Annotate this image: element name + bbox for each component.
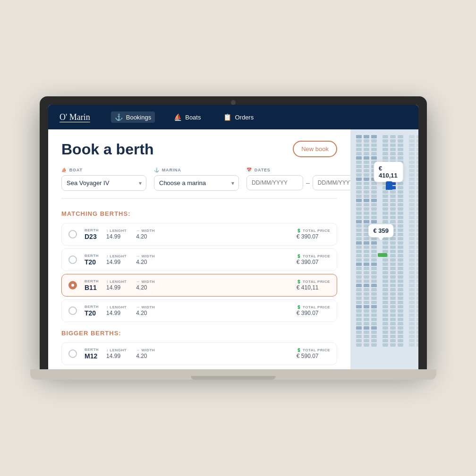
screen: O' Marin ⚓ Bookings ⛵ Boats 📋 Orders [48,105,418,369]
page-header: Book a berth New book [61,141,337,158]
berth-price-t20-2: 💲 TOTAL PRICE € 390.07 [297,305,330,316]
filters-section: ⛵ BOAT Sea Voyager IV [61,168,337,199]
berth-length-d23: ↕ LENGHT 14.99 [106,229,127,240]
nav-boats-label: Boats [185,114,201,121]
price-bubble-b11: € 410,11 [374,162,403,182]
berth-marker-b11 [386,181,392,190]
berth-length-t20-1: ↕ LENGHT 14.99 [106,254,127,265]
laptop-wrapper: O' Marin ⚓ Bookings ⛵ Boats 📋 Orders [35,35,441,441]
berth-price-d23: 💲 TOTAL PRICE € 390.07 [297,229,330,240]
berth-details-t20-1: ↕ LENGHT 14.99 ↔ WIDTH 4.20 [106,254,330,265]
boats-icon: ⛵ [174,113,182,121]
marina-select-wrapper: Choose a marina [154,175,239,191]
berth-row-d23[interactable]: BERTH D23 ↕ LENGHT 14.99 [61,223,337,246]
berth-length-t20-2: ↕ LENGHT 14.99 [106,305,127,316]
camera-notch [231,100,236,105]
berth-price-t20-1: 💲 TOTAL PRICE € 390.07 [297,254,330,265]
dates-filter-group: 📅 DATES – [246,168,350,191]
marina-filter-group: ⚓ MARINA Choose a marina [154,168,239,191]
berth-marker-green [378,253,387,257]
bigger-section-title: BIGGER BERTHS: [61,330,337,337]
page-title: Book a berth [61,141,154,158]
price-bubble-t20: € 359 [368,224,394,238]
berth-width-t20-2: ↔ WIDTH 4.20 [136,305,155,316]
date-from-input[interactable] [246,175,303,190]
nav-orders-label: Orders [235,114,254,121]
berth-price-b11: 💲 TOTAL PRICE € 410,11 [297,280,330,291]
boat-select[interactable]: Sea Voyager IV [61,175,146,191]
berth-radio-d23[interactable] [68,230,77,238]
matching-berths-list: BERTH D23 ↕ LENGHT 14.99 [61,223,337,322]
nav-bookings[interactable]: ⚓ Bookings [111,111,155,123]
berth-row-t20-2[interactable]: BERTH T20 ↕ LENGHT 14.99 [61,299,337,322]
boat-label-icon: ⛵ [61,168,67,172]
berth-radio-t20-1[interactable] [68,255,77,264]
berth-row-b11[interactable]: BERTH B11 ↕ LENGHT 14.99 [61,274,337,297]
nav-bookings-label: Bookings [126,114,151,121]
new-book-button[interactable]: New book [293,141,337,157]
date-separator: – [306,179,310,187]
berth-length-m12: ↕ LENGHT 14.99 [106,348,127,359]
nav-logo: O' Marin [60,112,90,122]
berth-width-d23: ↔ WIDTH 4.20 [136,229,155,240]
dates-filter-label: 📅 DATES [246,168,350,172]
left-panel: Book a berth New book ⛵ BOAT [48,129,350,369]
berth-width-m12: ↔ WIDTH 4.20 [136,348,155,359]
berth-row-t20-1[interactable]: BERTH T20 ↕ LENGHT 14.99 [61,248,337,271]
berth-radio-m12[interactable] [68,349,77,358]
berth-id-field-b11: BERTH B11 [85,279,99,291]
boat-select-wrapper: Sea Voyager IV [61,175,146,191]
boat-filter-label: ⛵ BOAT [61,168,146,172]
berth-id-field-m12: BERTH M12 [85,348,99,360]
matching-section-title: MATCHING BERTHS: [61,210,337,217]
berth-id-field-d23: BERTH D23 [85,228,99,240]
laptop-body: O' Marin ⚓ Bookings ⛵ Boats 📋 Orders [40,96,436,380]
berth-row-m12[interactable]: BERTH M12 ↕ LENGHT 14.99 [61,342,337,365]
nav-orders[interactable]: 📋 Orders [220,111,257,123]
nav-boats[interactable]: ⛵ Boats [170,111,204,123]
berth-details-m12: ↕ LENGHT 14.99 ↔ WIDTH 4.20 [106,348,330,359]
content-area: Book a berth New book ⛵ BOAT [48,129,418,369]
orders-icon: 📋 [223,113,231,121]
berth-id-field-t20-2: BERTH T20 [85,305,99,317]
date-to-input[interactable] [313,175,350,190]
berth-radio-t20-2[interactable] [68,306,77,315]
berth-details-b11: ↕ LENGHT 14.99 ↔ WIDTH 4.20 [106,280,330,291]
navbar: O' Marin ⚓ Bookings ⛵ Boats 📋 Orders [48,105,418,129]
berth-width-b11: ↔ WIDTH 4.20 [136,280,155,291]
bigger-berths-list: BERTH M12 ↕ LENGHT 14.99 [61,342,337,365]
berth-id-field-t20-1: BERTH T20 [85,254,99,266]
berth-radio-b11[interactable] [68,281,77,289]
berth-price-m12: 💲 TOTAL PRICE € 590.07 [297,348,330,359]
berth-width-t20-1: ↔ WIDTH 4.20 [136,254,155,265]
date-range-group: – [246,175,350,190]
boat-filter-group: ⛵ BOAT Sea Voyager IV [61,168,146,191]
anchor-icon: ⚓ [115,113,123,121]
main-content: Book a berth New book ⛵ BOAT [48,129,418,369]
berth-length-b11: ↕ LENGHT 14.99 [106,280,127,291]
berth-details-t20-2: ↕ LENGHT 14.99 ↔ WIDTH 4.20 [106,305,330,316]
marina-select[interactable]: Choose a marina [154,175,239,191]
berth-details-d23: ↕ LENGHT 14.99 ↔ WIDTH 4.20 [106,229,330,240]
laptop-base [30,369,436,380]
marina-label-icon: ⚓ [154,168,160,172]
marina-map-panel: € 410,11 € 359 [350,129,418,369]
marina-filter-label: ⚓ MARINA [154,168,239,172]
calendar-icon: 📅 [246,168,252,172]
